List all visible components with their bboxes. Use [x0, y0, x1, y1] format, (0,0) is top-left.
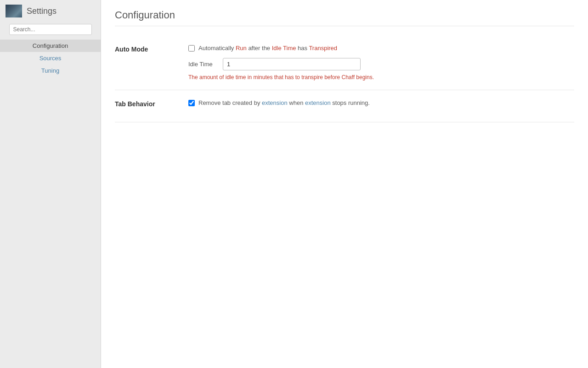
- tab-behavior-section: Tab Behavior Remove tab created by exten…: [115, 90, 574, 122]
- idle-time-hint: The amount of idle time in minutes that …: [188, 74, 574, 80]
- tab-behavior-checkbox-row: Remove tab created by extension when ext…: [188, 99, 574, 106]
- sidebar-header: Settings: [0, 5, 101, 17]
- nav-item-configuration[interactable]: Configuration: [0, 40, 101, 52]
- nav-item-sources[interactable]: Sources: [0, 52, 101, 64]
- tab-behavior-checkbox-label[interactable]: Remove tab created by extension when ext…: [198, 99, 370, 106]
- auto-mode-content: Automatically Run after the Idle Time ha…: [188, 45, 574, 80]
- nav-item-tuning[interactable]: Tuning: [0, 64, 101, 77]
- auto-mode-checkbox[interactable]: [188, 45, 195, 52]
- idle-time-label: Idle Time: [188, 61, 218, 68]
- tab-behavior-checkbox[interactable]: [188, 100, 195, 106]
- idle-time-input[interactable]: [223, 58, 361, 70]
- app-logo: [6, 5, 22, 17]
- auto-mode-checkbox-row: Automatically Run after the Idle Time ha…: [188, 45, 574, 52]
- sidebar-title: Settings: [27, 6, 57, 16]
- page-title: Configuration: [115, 9, 574, 26]
- auto-mode-label: Auto Mode: [115, 45, 188, 80]
- search-input[interactable]: [9, 24, 92, 35]
- sidebar: Settings Configuration Sources Tuning: [0, 0, 101, 368]
- tab-behavior-label: Tab Behavior: [115, 99, 188, 113]
- auto-mode-section: Auto Mode Automatically Run after the Id…: [115, 35, 574, 90]
- auto-mode-checkbox-label[interactable]: Automatically Run after the Idle Time ha…: [198, 45, 337, 52]
- idle-time-row: Idle Time: [188, 58, 574, 70]
- sidebar-nav: Configuration Sources Tuning: [0, 40, 101, 77]
- main-content: Configuration Auto Mode Automatically Ru…: [101, 0, 588, 368]
- tab-behavior-content: Remove tab created by extension when ext…: [188, 99, 574, 113]
